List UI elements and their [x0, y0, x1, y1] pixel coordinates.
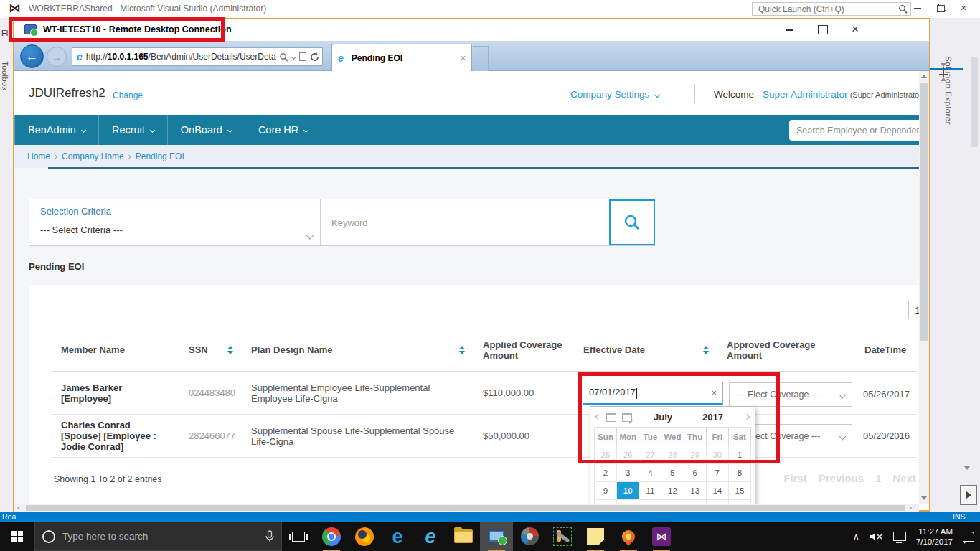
network-icon[interactable]	[893, 532, 906, 541]
taskbar-firefox[interactable]	[348, 522, 381, 551]
calendar-day[interactable]: 14	[707, 482, 729, 500]
edge-icon: e	[392, 527, 402, 546]
selection-criteria-dropdown[interactable]: --- Select Criteria ---	[40, 225, 123, 235]
calendar-day[interactable]: 8	[729, 464, 751, 482]
calendar-day[interactable]: 7	[707, 464, 729, 482]
column-header-ssn[interactable]: SSN	[179, 329, 242, 372]
vs-file-menu-partial[interactable]: Fl	[1, 29, 8, 37]
search-button[interactable]	[609, 199, 655, 245]
page-size-badge[interactable]: 1	[908, 301, 919, 319]
calendar-day[interactable]: 15	[729, 482, 751, 500]
taskbar-search-box[interactable]: Type here to search	[34, 522, 282, 551]
scroll-up-icon[interactable]	[921, 75, 927, 78]
calendar-day[interactable]: 9	[595, 482, 617, 500]
browser-forward-button[interactable]: →	[47, 47, 67, 67]
scrollbar-thumb[interactable]	[26, 505, 905, 511]
scroll-right-icon[interactable]: ›	[910, 505, 912, 511]
microphone-icon[interactable]	[265, 530, 274, 543]
vs-minimize-button[interactable]	[913, 3, 923, 13]
visual-studio-icon: ⋈	[652, 527, 671, 546]
calendar-day[interactable]: 4	[639, 464, 661, 482]
calendar-day[interactable]: 2	[595, 464, 617, 482]
new-tab-stub[interactable]	[473, 46, 489, 71]
taskbar-flame-app[interactable]	[612, 522, 645, 551]
volume-muted-icon[interactable]	[870, 532, 883, 542]
taskbar-admin-tools[interactable]	[546, 522, 579, 551]
keyword-input[interactable]	[321, 200, 605, 245]
rdp-maximize-button[interactable]	[816, 24, 828, 35]
column-header-applied-coverage[interactable]: Applied Coverage Amount	[473, 329, 574, 372]
tray-clock[interactable]: 11:27 AM7/10/2017	[916, 527, 953, 547]
scroll-left-icon[interactable]: ‹	[17, 505, 19, 511]
taskbar-visual-studio[interactable]: ⋈	[645, 522, 678, 551]
calendar-day[interactable]: 12	[661, 482, 684, 500]
column-header-member-name[interactable]: Member Name	[52, 329, 179, 372]
horizontal-scrollbar[interactable]: ‹ ›	[14, 504, 919, 512]
column-header-datetime[interactable]: DateTime	[855, 329, 916, 372]
sort-icon[interactable]	[227, 346, 233, 354]
rdp-minimize-button[interactable]	[783, 24, 795, 35]
vs-close-button[interactable]: ×	[958, 3, 969, 13]
column-header-plan-design[interactable]: Plan Design Name	[242, 329, 473, 372]
refresh-icon[interactable]	[310, 52, 319, 62]
calendar-day[interactable]: 11	[639, 482, 661, 500]
vs-restore-button[interactable]	[936, 3, 946, 13]
nav-item-benadmin[interactable]: BenAdmin	[14, 115, 99, 145]
sort-icon[interactable]	[703, 346, 709, 354]
nav-item-recruit[interactable]: Recruit	[99, 115, 168, 145]
calendar-day[interactable]: 13	[684, 482, 707, 500]
quick-launch-box[interactable]: Quick Launch (Ctrl+Q)	[752, 2, 911, 16]
scroll-down-icon[interactable]	[921, 496, 927, 500]
nav-item-onboard[interactable]: OnBoard	[168, 115, 245, 145]
url-text[interactable]: http://10.0.1.165/BenAdmin/UserDetails/U…	[86, 52, 276, 62]
vs-scroll-down-icon[interactable]	[964, 466, 970, 470]
pagination-previous[interactable]: Previous	[819, 472, 864, 484]
taskbar-sticky-notes[interactable]	[579, 522, 612, 551]
start-button[interactable]	[0, 522, 34, 551]
address-search-icon[interactable]	[279, 52, 288, 62]
breadcrumb-company-home[interactable]: Company Home	[62, 151, 124, 161]
breadcrumb-home[interactable]: Home	[27, 151, 50, 161]
column-header-effective-date[interactable]: Effective Date	[574, 329, 717, 372]
task-view-button[interactable]	[282, 522, 315, 551]
address-bar[interactable]: e http://10.0.1.165/BenAdmin/UserDetails…	[72, 47, 323, 66]
pagination-page-1[interactable]: 1	[875, 472, 881, 484]
user-name-link[interactable]: Super Administrator	[763, 89, 848, 100]
taskbar-recorder[interactable]	[513, 522, 546, 551]
action-center-icon[interactable]	[963, 532, 974, 542]
rdp-close-button[interactable]: ×	[849, 24, 861, 35]
breadcrumb-pending-eoi[interactable]: Pending EOI	[136, 151, 184, 161]
employee-search-input[interactable]	[789, 120, 919, 141]
address-dropdown-icon[interactable]	[291, 54, 296, 59]
taskbar-chrome[interactable]	[315, 522, 348, 551]
browser-tab[interactable]: e Pending EOI ×	[331, 44, 472, 71]
vs-solution-explorer-tab[interactable]: Solution Explorer	[944, 56, 953, 125]
sort-icon[interactable]	[459, 346, 465, 354]
welcome-text: Welcome - Super Administrator (Super Adm…	[714, 89, 919, 100]
change-company-link[interactable]: Change	[113, 90, 143, 100]
column-header-approved-coverage[interactable]: Approved Coverage Amount	[717, 329, 855, 372]
browser-back-button[interactable]: ←	[20, 44, 44, 68]
taskbar-edge[interactable]: e	[381, 522, 414, 551]
calendar-day[interactable]: 5	[661, 464, 684, 482]
vs-play-button[interactable]	[960, 485, 977, 505]
nav-item-corehr[interactable]: Core HR	[245, 115, 321, 145]
calendar-day[interactable]: 6	[684, 464, 707, 482]
calendar-day[interactable]: 10	[617, 482, 639, 500]
compatibility-view-icon[interactable]	[299, 52, 306, 61]
pagination-first[interactable]: First	[783, 472, 807, 484]
scrollbar-thumb[interactable]	[920, 83, 928, 341]
pagination-next[interactable]: Next	[892, 472, 916, 484]
vs-scrollbar[interactable]	[971, 57, 978, 147]
taskbar-file-explorer[interactable]	[447, 522, 480, 551]
taskbar-remote-desktop[interactable]	[480, 522, 513, 551]
tray-expand-icon[interactable]: ∧	[853, 532, 859, 542]
tab-close-icon[interactable]: ×	[460, 52, 466, 63]
search-icon	[898, 4, 908, 14]
chevron-down-icon[interactable]	[307, 228, 313, 241]
calendar-day[interactable]: 3	[617, 464, 639, 482]
taskbar-internet-explorer[interactable]: e	[414, 522, 447, 551]
vertical-scrollbar[interactable]	[919, 71, 929, 504]
vs-toolbox-tab[interactable]: Toolbox	[1, 61, 9, 90]
company-settings-menu[interactable]: Company Settings	[570, 89, 659, 100]
